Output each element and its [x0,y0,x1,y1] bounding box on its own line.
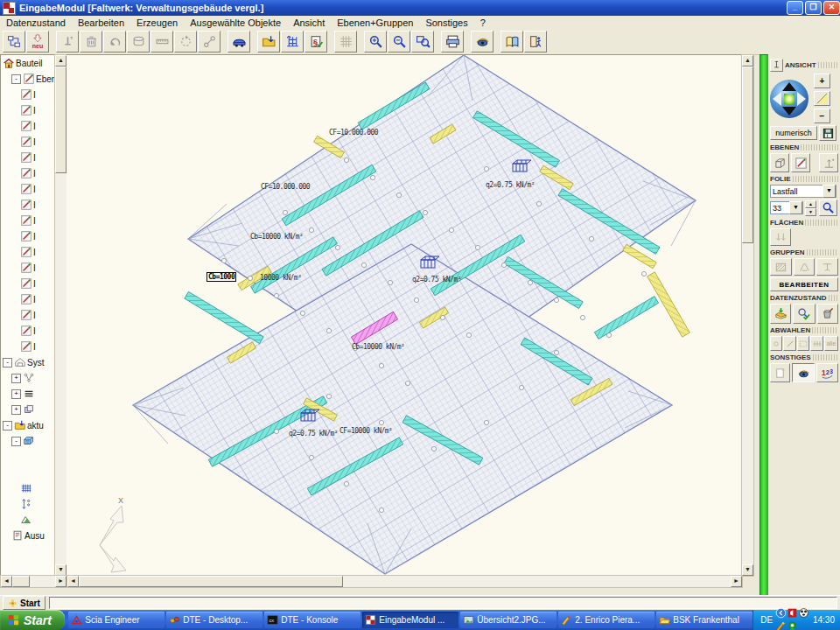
canvas-horizontal-scrollbar[interactable]: ◄ ► [66,575,743,588]
ebene-axis-button[interactable] [819,153,838,172]
tree-item-i[interactable]: I [1,260,55,276]
minimize-button[interactable]: _ [787,1,803,15]
tree-item-i[interactable]: I [1,181,55,197]
toolbar-datenzustand-button[interactable] [3,31,25,52]
toolbar-lastordner-button[interactable] [257,31,280,52]
neue-seite-button[interactable] [770,363,790,382]
tree-vertical-scrollbar[interactable]: ▲ ▼ [54,54,67,577]
tree-item-ausu[interactable]: Ausu [1,528,55,543]
scroll-left-icon[interactable]: ◄ [1,576,12,587]
tree-expander-icon[interactable]: + [11,405,21,415]
tray-panda-icon[interactable] [798,611,809,620]
close-button[interactable]: ✕ [823,1,840,15]
tree-item-i[interactable]: I [1,276,55,291]
taskbar-task-7[interactable]: BSK Frankenthal [656,612,752,628]
tree-horizontal-scrollbar[interactable]: ◄ ► [0,575,67,588]
toolbar-normen-button[interactable]: § [304,31,327,52]
scroll-down-icon[interactable]: ▼ [742,564,753,576]
menu-item-2[interactable]: Bearbeiten [72,18,130,28]
tree-item-i[interactable]: I [1,339,55,354]
tree-expander-icon[interactable]: + [11,374,21,383]
tray-badge-icon[interactable] [787,624,798,630]
tree-item[interactable]: + [1,402,55,417]
tree-item-eber[interactable]: -Eber [1,71,55,87]
scroll-up-icon[interactable]: ▲ [55,55,66,66]
toolbar-drucken-button[interactable] [441,31,464,52]
scroll-up-icon[interactable]: ▲ [742,55,753,66]
taskbar-task-1[interactable]: Scia Engineer [68,612,164,628]
toolbar-loeschen-button[interactable] [80,31,102,52]
abwahl-staebe-button[interactable] [783,336,795,351]
rotate-up-icon[interactable] [782,82,796,91]
tree-item[interactable] [1,449,55,465]
toolbar-stift-button[interactable] [56,31,79,52]
menu-item-4[interactable]: Ausgewählte Objekte [184,18,287,28]
taskbar-task-4[interactable]: EingabeModul ... [362,612,458,628]
toolbar-neu-button[interactable]: neu [26,31,49,52]
scroll-thumb[interactable] [742,66,753,243]
tree-expander-icon[interactable]: + [11,389,21,399]
toolbar-rueckgaengig-button[interactable] [103,31,126,52]
toolbar-verbinden-button[interactable] [198,31,220,52]
tree-item[interactable] [1,465,55,480]
taskbar-task-2[interactable]: DTE - Desktop... [166,612,262,628]
gruppe-t-button[interactable] [816,258,838,276]
tree-item-i[interactable]: I [1,323,55,339]
tree-item[interactable] [1,496,55,512]
folie-search-button[interactable] [819,200,837,216]
tree-item-i[interactable]: I [1,244,55,260]
numerisch-button[interactable]: numerisch [770,126,817,140]
lastfall-dropdown[interactable]: Lastfall ▼ [770,185,836,198]
toolbar-beenden-button[interactable] [524,31,547,52]
rotate-right-icon[interactable] [797,92,806,106]
taskbar-task-5[interactable]: Übersicht2.JPG... [460,612,556,628]
zoom-plus-button[interactable]: + [814,74,830,88]
model-canvas[interactable]: X Y CF=10.000.000CF=10.000.000Cb=10000 k… [66,54,741,576]
toolbar-zoomfenster-button[interactable] [411,31,434,52]
clock[interactable]: 14:30 [813,615,835,625]
tree-item[interactable]: + [1,370,55,386]
rotate-left-icon[interactable] [773,92,781,106]
app-start-button[interactable]: Start [3,596,46,610]
scroll-thumb[interactable] [12,576,30,587]
daten-bereinigen-button[interactable] [817,304,838,324]
tray-chevron-icon[interactable] [775,611,787,620]
chevron-down-icon[interactable]: ▼ [789,201,802,214]
abwahl-alle-button[interactable]: alle [824,336,838,351]
save-view-button[interactable] [819,125,836,141]
toolbar-zoomin-button[interactable] [364,31,387,52]
ebene-3d-button[interactable] [770,153,789,172]
tree-item[interactable] [1,480,55,496]
menu-item-5[interactable]: Ansicht [287,18,331,28]
spin-down-icon[interactable]: ▼ [805,208,816,216]
tree-expander-icon[interactable]: - [3,358,12,368]
tree-item-syst[interactable]: -Syst [1,354,55,370]
shade-toggle-button[interactable] [814,91,830,106]
scroll-thumb[interactable] [79,576,343,587]
tree-item-i[interactable]: I [1,165,55,181]
spin-up-icon[interactable]: ▲ [805,200,816,208]
daten-import-button[interactable] [770,304,791,324]
scroll-right-icon[interactable]: ► [731,576,742,587]
compass-center[interactable] [784,94,794,104]
tree-item[interactable] [1,512,55,528]
abwahl-flaechen-button[interactable] [797,336,809,351]
tree-item-i[interactable]: I [1,197,55,213]
menu-item-3[interactable]: Erzeugen [130,18,184,28]
toolbar-lastraster-button[interactable] [281,31,304,52]
tree-item-i[interactable]: I [1,150,55,165]
roof-slab-lower[interactable] [133,244,672,574]
bearbeiten-button[interactable]: BEARBEITEN [770,277,838,291]
tree-expander-icon[interactable]: - [11,74,21,84]
toolbar-raster-button[interactable] [334,31,357,52]
abwahl-knoten-button[interactable] [770,336,782,351]
ansicht-auge-button[interactable] [792,363,814,382]
toolbar-lineal-button[interactable] [150,31,173,52]
start-button[interactable]: Start [0,610,65,630]
tray-pencils-icon[interactable] [775,624,787,630]
menu-item-8[interactable]: ? [474,18,492,28]
nummern-button[interactable]: 123 [816,363,838,382]
menu-item-7[interactable]: Sonstiges [419,18,473,28]
menu-item-6[interactable]: Ebenen+Gruppen [331,18,419,28]
tree-item[interactable]: + [1,386,55,402]
